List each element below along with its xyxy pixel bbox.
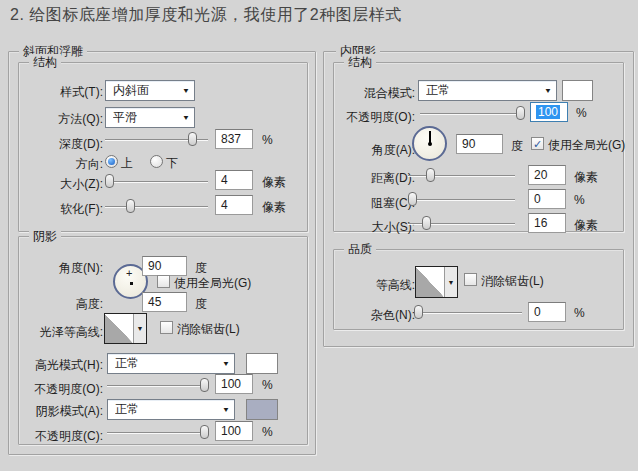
quality-group-title: 品质	[344, 241, 376, 258]
size-slider[interactable]	[105, 174, 208, 189]
inner-shadow-global-light-checkbox[interactable]: ✓	[531, 137, 544, 150]
slider-thumb[interactable]	[426, 168, 435, 182]
distance-label: 距离(D):	[330, 170, 415, 187]
technique-select-value: 平滑	[113, 109, 182, 126]
slider-track	[420, 113, 524, 114]
inner-shadow-size-label: 大小(S):	[330, 219, 415, 236]
technique-select[interactable]: 平滑 ▼	[105, 107, 195, 128]
gloss-anti-alias-checkbox[interactable]: ✓	[160, 321, 173, 334]
inner-shadow-opacity-value: 100	[536, 105, 560, 119]
altitude-label: 高度:	[8, 296, 103, 313]
shadow-opacity-input[interactable]: 100	[215, 421, 253, 441]
distance-slider[interactable]	[408, 168, 515, 183]
noise-label: 杂色(N):	[330, 307, 415, 324]
depth-value: 837	[221, 132, 241, 146]
use-global-light-label: 使用全局光(G)	[174, 275, 251, 292]
direction-label: 方向:	[8, 156, 103, 173]
size-input[interactable]: 4	[215, 170, 253, 190]
size-value: 4	[221, 173, 228, 187]
dial-center-dot	[428, 142, 432, 146]
inner-shadow-size-input[interactable]: 16	[528, 213, 566, 233]
direction-up-radio[interactable]	[105, 155, 118, 168]
shadow-opacity-label: 不透明度(C):	[8, 428, 103, 445]
size-unit: 像素	[262, 174, 286, 191]
direction-up-label: 上	[121, 155, 133, 172]
slider-thumb[interactable]	[422, 216, 431, 230]
highlight-opacity-slider[interactable]	[107, 378, 208, 393]
soften-input[interactable]: 4	[215, 195, 253, 215]
use-global-light-checkbox[interactable]: ✓	[157, 275, 170, 288]
depth-unit: %	[262, 133, 273, 147]
slider-thumb[interactable]	[200, 425, 209, 439]
depth-input[interactable]: 837	[215, 129, 253, 149]
blend-mode-select[interactable]: 正常 ▼	[418, 80, 557, 101]
choke-slider[interactable]	[408, 192, 515, 207]
slider-track	[415, 312, 522, 313]
contour-dropdown-button[interactable]: ▼	[444, 267, 457, 297]
radio-dot	[108, 158, 115, 165]
altitude-value: 45	[148, 295, 161, 309]
direction-down-label: 下	[166, 155, 178, 172]
style-select[interactable]: 内斜面 ▼	[105, 80, 195, 101]
highlight-opacity-input[interactable]: 100	[215, 374, 253, 394]
choke-value: 0	[534, 192, 541, 206]
check-icon: ✓	[533, 139, 542, 150]
crosshair-icon: +	[126, 267, 132, 279]
gloss-contour-picker[interactable]: ▼	[104, 313, 147, 344]
depth-slider[interactable]	[105, 132, 208, 147]
altitude-unit: 度	[195, 296, 207, 313]
highlight-mode-select[interactable]: 正常 ▼	[107, 353, 235, 374]
slider-thumb[interactable]	[414, 305, 423, 319]
inner-shadow-global-light-label: 使用全局光(G)	[548, 137, 625, 154]
gloss-contour-label: 光泽等高线:	[8, 324, 103, 341]
slider-thumb[interactable]	[408, 192, 417, 206]
shadow-mode-label: 阴影模式(A):	[8, 403, 103, 420]
noise-input[interactable]: 0	[528, 302, 566, 322]
slider-thumb[interactable]	[126, 199, 135, 213]
layer-style-panels: 2. 给图标底座增加厚度和光源，我使用了2种图层样式 斜面和浮雕 结构 样式(T…	[0, 0, 638, 471]
choke-label: 阻塞(C):	[330, 195, 415, 212]
bevel-shading-group-title: 阴影	[29, 228, 61, 245]
inner-shadow-angle-label: 角度(A):	[330, 142, 415, 159]
slider-thumb[interactable]	[516, 106, 525, 120]
page-title: 2. 给图标底座增加厚度和光源，我使用了2种图层样式	[10, 5, 402, 26]
angle-input[interactable]: 90	[142, 256, 187, 276]
shadow-opacity-slider[interactable]	[107, 425, 208, 440]
shadow-color-swatch[interactable]	[246, 399, 278, 420]
slider-thumb[interactable]	[105, 174, 114, 188]
inner-shadow-angle-dial[interactable]	[412, 126, 447, 161]
inner-shadow-angle-value: 90	[462, 137, 475, 151]
altitude-input[interactable]: 45	[142, 292, 187, 312]
dial-center-dot	[130, 282, 133, 285]
contour-picker[interactable]: ▼	[415, 266, 458, 298]
inner-shadow-size-value: 16	[534, 216, 547, 230]
chevron-down-icon: ▼	[222, 406, 230, 414]
noise-slider[interactable]	[415, 305, 522, 320]
highlight-color-swatch[interactable]	[246, 353, 278, 374]
inner-shadow-color-swatch[interactable]	[562, 80, 593, 101]
chevron-down-icon: ▼	[182, 87, 190, 95]
distance-input[interactable]: 20	[528, 165, 566, 185]
noise-value: 0	[534, 305, 541, 319]
chevron-down-icon: ▼	[448, 279, 455, 286]
contour-dropdown-button[interactable]: ▼	[133, 314, 146, 343]
shadow-mode-select[interactable]: 正常 ▼	[107, 399, 235, 420]
contour-anti-alias-checkbox[interactable]: ✓	[464, 273, 477, 286]
soften-slider[interactable]	[105, 199, 208, 214]
inner-shadow-size-slider[interactable]	[408, 216, 515, 231]
slider-track	[107, 432, 208, 433]
inner-shadow-opacity-slider[interactable]	[420, 106, 524, 121]
chevron-down-icon: ▼	[222, 360, 230, 368]
slider-thumb[interactable]	[200, 378, 209, 392]
highlight-opacity-value: 100	[221, 377, 241, 391]
contour-label: 等高线:	[330, 277, 415, 294]
inner-shadow-angle-input[interactable]: 90	[456, 134, 503, 154]
inner-shadow-opacity-input[interactable]: 100	[530, 102, 568, 122]
highlight-opacity-label: 不透明度(O):	[8, 381, 103, 398]
choke-input[interactable]: 0	[528, 189, 566, 209]
direction-down-radio[interactable]	[150, 155, 163, 168]
contour-anti-alias-label: 消除锯齿(L)	[481, 273, 544, 290]
slider-thumb[interactable]	[188, 132, 197, 146]
angle-value: 90	[148, 259, 161, 273]
highlight-opacity-unit: %	[262, 378, 273, 392]
